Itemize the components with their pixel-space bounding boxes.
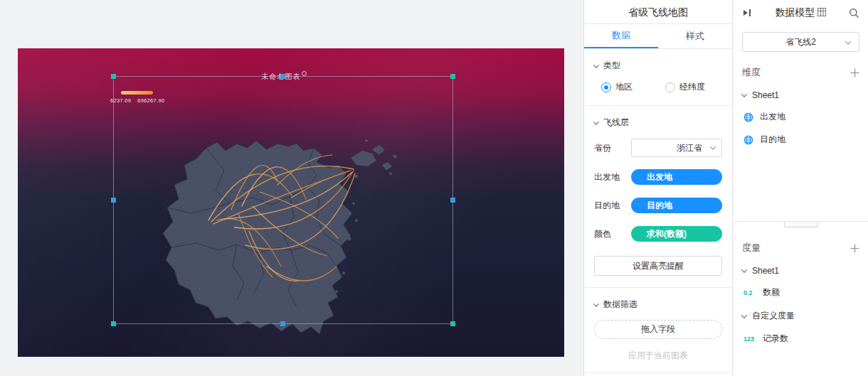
dest-pill-text: 目的地 bbox=[647, 200, 672, 212]
tab-style[interactable]: 样式 bbox=[658, 24, 732, 48]
measure-field-label: 记录数 bbox=[763, 333, 788, 345]
color-pill-text: 求和(数额) bbox=[647, 228, 687, 240]
radio-dot-icon bbox=[665, 82, 675, 92]
custom-measure-group-label: 自定义度量 bbox=[752, 310, 795, 322]
resize-handle-top-middle[interactable] bbox=[280, 74, 285, 79]
workspace: 未命名图表 bbox=[0, 0, 868, 376]
chevron-down-icon bbox=[845, 38, 851, 44]
decimal-measure-icon: 0.2 bbox=[743, 289, 756, 296]
dest-label: 目的地 bbox=[594, 200, 631, 212]
section-filter[interactable]: 数据筛选 bbox=[594, 299, 722, 311]
measure-field-label: 数额 bbox=[763, 286, 780, 299]
divider bbox=[584, 287, 732, 288]
radio-latlng-label: 经纬度 bbox=[679, 81, 705, 93]
radio-dot-icon bbox=[601, 82, 611, 92]
dimension-group-label: Sheet1 bbox=[752, 90, 779, 100]
tab-data[interactable]: 数据 bbox=[584, 24, 658, 48]
config-panel-title: 省级飞线地图 bbox=[584, 0, 732, 24]
dimensions-label: 维度 bbox=[742, 66, 761, 79]
chevron-down-icon bbox=[741, 312, 747, 318]
divider bbox=[584, 105, 732, 106]
measure-field-amount[interactable]: 0.2 数额 bbox=[743, 286, 868, 299]
measures-label: 度量 bbox=[742, 242, 761, 254]
dataset-select-value: 省飞线2 bbox=[785, 36, 816, 48]
origin-label: 出发地 bbox=[594, 171, 631, 183]
province-label: 省份 bbox=[594, 142, 631, 154]
section-flyline-label: 飞线层 bbox=[603, 117, 629, 129]
chevron-down-icon bbox=[593, 301, 599, 306]
data-model-title-text: 数据模型 bbox=[776, 6, 815, 18]
dimension-field-dest[interactable]: 目的地 bbox=[743, 134, 868, 146]
radio-region[interactable]: 地区 bbox=[601, 81, 633, 93]
highlight-alert-button[interactable]: 设置高亮提醒 bbox=[594, 256, 722, 276]
data-model-panel: 数据模型 省飞线2 维度 Sheet1 出发地 目的地 bbox=[734, 0, 868, 376]
color-label: 颜色 bbox=[594, 228, 631, 240]
origin-field-pill[interactable]: 出发地 bbox=[631, 169, 722, 185]
table-grid-icon bbox=[817, 8, 826, 16]
collapse-panel-icon[interactable] bbox=[742, 8, 752, 18]
chevron-down-icon bbox=[710, 144, 716, 149]
chart-info-icon[interactable] bbox=[302, 71, 307, 76]
measure-group-sheet1[interactable]: Sheet1 bbox=[742, 266, 868, 276]
resize-handle-bottom-left[interactable] bbox=[111, 321, 116, 326]
dataset-select[interactable]: 省飞线2 bbox=[742, 32, 859, 52]
province-select[interactable]: 浙江省 bbox=[631, 139, 722, 157]
radio-region-label: 地区 bbox=[615, 81, 633, 93]
chevron-down-icon bbox=[593, 119, 599, 124]
dest-field-pill[interactable]: 目的地 bbox=[631, 198, 722, 213]
chart-selection-box[interactable] bbox=[113, 76, 453, 324]
section-type[interactable]: 类型 bbox=[594, 60, 722, 72]
chevron-down-icon bbox=[741, 267, 747, 272]
panel-splitter bbox=[734, 221, 868, 222]
radio-latlng[interactable]: 经纬度 bbox=[665, 81, 705, 93]
chevron-down-icon bbox=[593, 62, 599, 68]
resize-handle-top-right[interactable] bbox=[450, 74, 455, 79]
dimension-group-sheet1[interactable]: Sheet1 bbox=[742, 90, 868, 100]
resize-handle-middle-right[interactable] bbox=[450, 198, 455, 203]
dimension-field-label: 目的地 bbox=[760, 134, 785, 146]
search-icon[interactable] bbox=[849, 8, 859, 18]
resize-handle-bottom-right[interactable] bbox=[450, 321, 455, 326]
chart-config-panel: 省级飞线地图 数据 样式 类型 地区 经纬度 bbox=[583, 0, 733, 376]
measure-field-recordcount[interactable]: 123 记录数 bbox=[743, 333, 868, 345]
chevron-down-icon bbox=[741, 91, 747, 97]
dimension-field-origin[interactable]: 出发地 bbox=[743, 111, 868, 123]
chart-canvas[interactable]: 未命名图表 bbox=[18, 48, 564, 357]
origin-pill-text: 出发地 bbox=[647, 171, 672, 183]
dimension-field-label: 出发地 bbox=[760, 111, 785, 123]
measure-group-label: Sheet1 bbox=[752, 266, 779, 276]
resize-handle-bottom-middle[interactable] bbox=[280, 321, 285, 326]
resize-handle-top-left[interactable] bbox=[111, 74, 116, 79]
section-filter-label: 数据筛选 bbox=[603, 299, 637, 311]
splitter-drag-handle[interactable] bbox=[784, 222, 818, 227]
section-refresh[interactable]: 定时刷新 bbox=[584, 373, 732, 376]
section-type-label: 类型 bbox=[603, 60, 620, 72]
add-dimension-icon[interactable] bbox=[850, 68, 859, 77]
color-field-pill[interactable]: 求和(数额) bbox=[631, 226, 722, 242]
measure-group-custom[interactable]: 自定义度量 bbox=[742, 310, 868, 322]
section-flyline[interactable]: 飞线层 bbox=[594, 117, 722, 129]
globe-icon bbox=[743, 135, 753, 145]
type-radio-group: 地区 经纬度 bbox=[601, 81, 722, 93]
add-measure-icon[interactable] bbox=[850, 244, 859, 253]
province-select-value: 浙江省 bbox=[677, 142, 702, 154]
globe-icon bbox=[743, 112, 753, 122]
data-model-title: 数据模型 bbox=[752, 6, 849, 19]
resize-handle-middle-left[interactable] bbox=[111, 198, 116, 203]
count-measure-icon: 123 bbox=[743, 335, 756, 343]
filter-drop-zone[interactable]: 拖入字段 bbox=[594, 320, 722, 339]
filter-apply-hint: 应用于当前图表 bbox=[594, 350, 722, 362]
config-tabs: 数据 样式 bbox=[584, 24, 732, 49]
